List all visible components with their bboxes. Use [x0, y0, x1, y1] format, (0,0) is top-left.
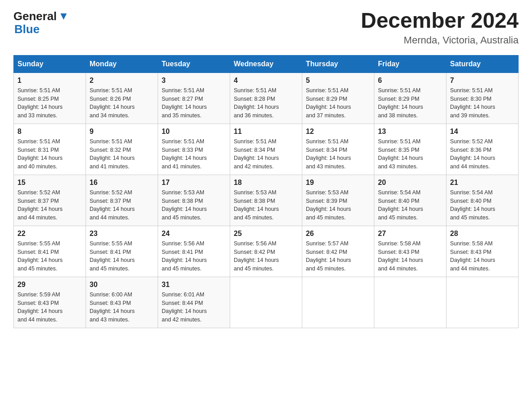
calendar-table: SundayMondayTuesdayWednesdayThursdayFrid…	[13, 55, 519, 328]
day-number: 17	[162, 179, 226, 187]
day-info: Sunrise: 6:00 AM Sunset: 8:43 PM Dayligh…	[90, 291, 154, 324]
header-monday: Monday	[86, 55, 158, 73]
day-info: Sunrise: 5:55 AM Sunset: 8:41 PM Dayligh…	[90, 240, 154, 273]
day-number: 27	[378, 230, 442, 238]
day-cell: 23 Sunrise: 5:55 AM Sunset: 8:41 PM Dayl…	[86, 226, 158, 277]
header-sunday: Sunday	[14, 55, 86, 73]
day-info: Sunrise: 5:52 AM Sunset: 8:36 PM Dayligh…	[450, 137, 515, 171]
day-info: Sunrise: 5:53 AM Sunset: 8:38 PM Dayligh…	[234, 188, 298, 222]
day-info: Sunrise: 5:56 AM Sunset: 8:41 PM Dayligh…	[162, 240, 226, 273]
day-cell: 2 Sunrise: 5:51 AM Sunset: 8:26 PM Dayli…	[86, 73, 158, 124]
day-number: 12	[306, 128, 370, 136]
day-cell: 31 Sunrise: 6:01 AM Sunset: 8:44 PM Dayl…	[158, 277, 230, 328]
title-group: December 2024 Mernda, Victoria, Australi…	[361, 9, 519, 46]
day-number: 28	[450, 230, 515, 238]
day-number: 20	[378, 179, 442, 187]
day-info: Sunrise: 6:01 AM Sunset: 8:44 PM Dayligh…	[162, 291, 226, 324]
logo-text: General Blue	[13, 9, 69, 35]
week-row-2: 8 Sunrise: 5:51 AM Sunset: 8:31 PM Dayli…	[14, 124, 519, 175]
day-info: Sunrise: 5:54 AM Sunset: 8:40 PM Dayligh…	[450, 188, 515, 222]
day-info: Sunrise: 5:51 AM Sunset: 8:32 PM Dayligh…	[90, 137, 154, 171]
day-cell	[302, 277, 374, 328]
day-cell: 5 Sunrise: 5:51 AM Sunset: 8:29 PM Dayli…	[302, 73, 374, 124]
logo: General Blue	[13, 9, 69, 35]
day-info: Sunrise: 5:51 AM Sunset: 8:31 PM Dayligh…	[17, 137, 82, 171]
day-info: Sunrise: 5:53 AM Sunset: 8:38 PM Dayligh…	[162, 188, 226, 222]
week-row-4: 22 Sunrise: 5:55 AM Sunset: 8:41 PM Dayl…	[14, 226, 519, 277]
day-number: 14	[450, 128, 515, 136]
day-number: 19	[306, 179, 370, 187]
day-number: 15	[17, 179, 82, 187]
day-info: Sunrise: 5:51 AM Sunset: 8:28 PM Dayligh…	[234, 86, 298, 120]
day-info: Sunrise: 5:58 AM Sunset: 8:43 PM Dayligh…	[450, 240, 515, 273]
day-number: 23	[90, 230, 154, 238]
calendar-header: SundayMondayTuesdayWednesdayThursdayFrid…	[14, 55, 519, 73]
calendar-title: December 2024	[361, 9, 519, 33]
day-cell: 20 Sunrise: 5:54 AM Sunset: 8:40 PM Dayl…	[374, 175, 446, 226]
day-info: Sunrise: 5:51 AM Sunset: 8:27 PM Dayligh…	[162, 86, 226, 120]
day-info: Sunrise: 5:52 AM Sunset: 8:37 PM Dayligh…	[17, 188, 82, 222]
day-cell: 30 Sunrise: 6:00 AM Sunset: 8:43 PM Dayl…	[86, 277, 158, 328]
day-number: 29	[17, 281, 82, 289]
day-number: 1	[17, 77, 82, 85]
day-cell	[446, 277, 519, 328]
day-info: Sunrise: 5:57 AM Sunset: 8:42 PM Dayligh…	[306, 240, 370, 273]
day-number: 6	[378, 77, 442, 85]
day-info: Sunrise: 5:51 AM Sunset: 8:34 PM Dayligh…	[234, 137, 298, 171]
page-header: General Blue December 2024 Mernda, Victo…	[13, 9, 519, 46]
day-number: 25	[234, 230, 298, 238]
day-number: 16	[90, 179, 154, 187]
day-cell: 22 Sunrise: 5:55 AM Sunset: 8:41 PM Dayl…	[14, 226, 86, 277]
day-info: Sunrise: 5:51 AM Sunset: 8:33 PM Dayligh…	[162, 137, 226, 171]
day-cell: 16 Sunrise: 5:52 AM Sunset: 8:37 PM Dayl…	[86, 175, 158, 226]
day-cell	[230, 277, 302, 328]
day-info: Sunrise: 5:51 AM Sunset: 8:34 PM Dayligh…	[306, 137, 370, 171]
day-cell: 6 Sunrise: 5:51 AM Sunset: 8:29 PM Dayli…	[374, 73, 446, 124]
week-row-5: 29 Sunrise: 5:59 AM Sunset: 8:43 PM Dayl…	[14, 277, 519, 328]
day-cell: 21 Sunrise: 5:54 AM Sunset: 8:40 PM Dayl…	[446, 175, 519, 226]
day-number: 9	[90, 128, 154, 136]
day-cell: 1 Sunrise: 5:51 AM Sunset: 8:25 PM Dayli…	[14, 73, 86, 124]
day-cell: 19 Sunrise: 5:53 AM Sunset: 8:39 PM Dayl…	[302, 175, 374, 226]
day-cell: 4 Sunrise: 5:51 AM Sunset: 8:28 PM Dayli…	[230, 73, 302, 124]
day-cell: 9 Sunrise: 5:51 AM Sunset: 8:32 PM Dayli…	[86, 124, 158, 175]
day-info: Sunrise: 5:51 AM Sunset: 8:29 PM Dayligh…	[306, 86, 370, 120]
day-info: Sunrise: 5:56 AM Sunset: 8:42 PM Dayligh…	[234, 240, 298, 273]
day-cell: 3 Sunrise: 5:51 AM Sunset: 8:27 PM Dayli…	[158, 73, 230, 124]
logo-blue-text: Blue	[13, 23, 69, 35]
header-tuesday: Tuesday	[158, 55, 230, 73]
day-number: 11	[234, 128, 298, 136]
day-number: 2	[90, 77, 154, 85]
day-cell: 15 Sunrise: 5:52 AM Sunset: 8:37 PM Dayl…	[14, 175, 86, 226]
day-info: Sunrise: 5:51 AM Sunset: 8:35 PM Dayligh…	[378, 137, 442, 171]
week-row-1: 1 Sunrise: 5:51 AM Sunset: 8:25 PM Dayli…	[14, 73, 519, 124]
day-cell: 14 Sunrise: 5:52 AM Sunset: 8:36 PM Dayl…	[446, 124, 519, 175]
day-cell: 7 Sunrise: 5:51 AM Sunset: 8:30 PM Dayli…	[446, 73, 519, 124]
day-cell	[374, 277, 446, 328]
day-cell: 25 Sunrise: 5:56 AM Sunset: 8:42 PM Dayl…	[230, 226, 302, 277]
day-number: 8	[17, 128, 82, 136]
header-wednesday: Wednesday	[230, 55, 302, 73]
day-number: 24	[162, 230, 226, 238]
day-info: Sunrise: 5:53 AM Sunset: 8:39 PM Dayligh…	[306, 188, 370, 222]
day-cell: 27 Sunrise: 5:58 AM Sunset: 8:43 PM Dayl…	[374, 226, 446, 277]
day-number: 4	[234, 77, 298, 85]
day-number: 26	[306, 230, 370, 238]
logo-general-text: General	[13, 10, 57, 22]
header-friday: Friday	[374, 55, 446, 73]
calendar-subtitle: Mernda, Victoria, Australia	[361, 34, 519, 46]
day-cell: 24 Sunrise: 5:56 AM Sunset: 8:41 PM Dayl…	[158, 226, 230, 277]
week-row-3: 15 Sunrise: 5:52 AM Sunset: 8:37 PM Dayl…	[14, 175, 519, 226]
day-cell: 12 Sunrise: 5:51 AM Sunset: 8:34 PM Dayl…	[302, 124, 374, 175]
day-number: 31	[162, 281, 226, 289]
day-cell: 26 Sunrise: 5:57 AM Sunset: 8:42 PM Dayl…	[302, 226, 374, 277]
day-info: Sunrise: 5:55 AM Sunset: 8:41 PM Dayligh…	[17, 240, 82, 273]
calendar-body: 1 Sunrise: 5:51 AM Sunset: 8:25 PM Dayli…	[14, 73, 519, 328]
day-number: 10	[162, 128, 226, 136]
day-number: 5	[306, 77, 370, 85]
day-number: 7	[450, 77, 515, 85]
day-cell: 29 Sunrise: 5:59 AM Sunset: 8:43 PM Dayl…	[14, 277, 86, 328]
svg-marker-0	[60, 13, 67, 20]
day-cell: 8 Sunrise: 5:51 AM Sunset: 8:31 PM Dayli…	[14, 124, 86, 175]
day-info: Sunrise: 5:51 AM Sunset: 8:25 PM Dayligh…	[17, 86, 82, 120]
